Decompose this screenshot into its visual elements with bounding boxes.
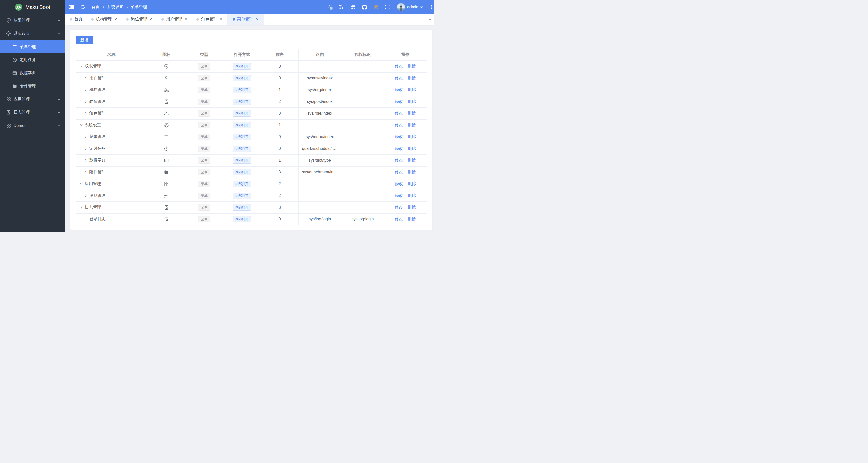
svg-text:T: T xyxy=(342,5,344,9)
svg-text:T: T xyxy=(339,5,342,9)
